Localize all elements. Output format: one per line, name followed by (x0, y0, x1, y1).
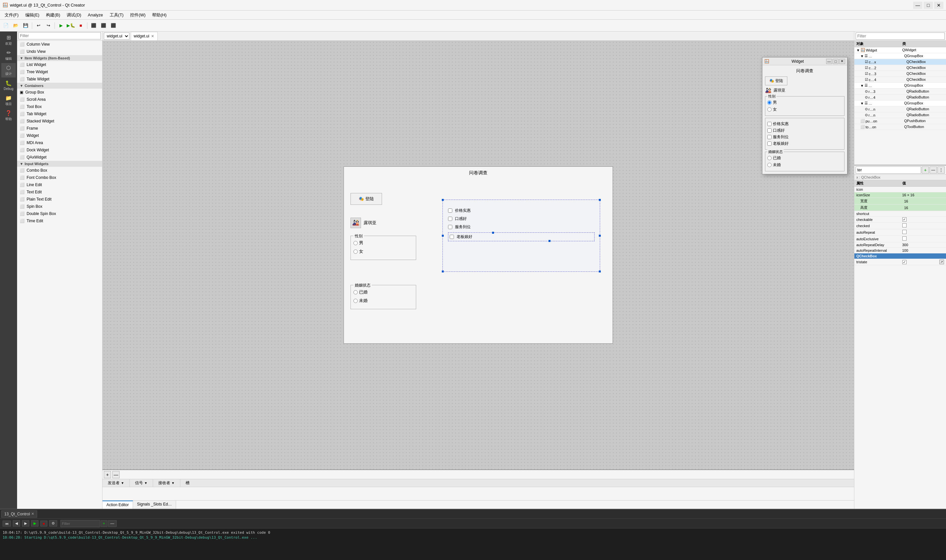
inspector-row-rb4[interactable]: ⊙ r…4 QRadioButton (854, 95, 946, 100)
widget-item-dock[interactable]: ⬜ Dock Widget (17, 146, 102, 154)
toolbar-save-btn[interactable]: 💾 (21, 22, 30, 30)
file-selector[interactable]: widget.ui (104, 32, 129, 40)
widget-item-combo[interactable]: ⬜ Combo Box (17, 167, 102, 174)
activity-debug[interactable]: 🐛 Debug (1, 78, 16, 92)
widget-search-input[interactable] (18, 32, 101, 39)
inspector-row-widget[interactable]: ▼ 🪟 Widget QWidget (854, 47, 946, 53)
inspector-row-rbn2[interactable]: ⊙ r…n QRadioButton (854, 112, 946, 118)
login-button[interactable]: 🎭 登陆 (350, 193, 382, 205)
output-nav-first[interactable]: ⏮ (3, 521, 11, 526)
inspector-row-pushbtn[interactable]: ⬜ pu…on QPushButton (854, 118, 946, 124)
radio-single[interactable] (353, 299, 358, 303)
maximize-button[interactable]: □ (924, 2, 933, 9)
inspector-row-cb4[interactable]: ☑ c…4 QCheckBox (854, 77, 946, 83)
toolbar-debug-run-btn[interactable]: ▶🐛 (66, 22, 75, 30)
toolbar-redo-btn[interactable]: ↪ (44, 22, 53, 30)
inspector-row-rb3[interactable]: ⊙ r…3 QRadioButton (854, 89, 946, 95)
run-tab[interactable]: 13_Qt_Control ✕ (1, 511, 37, 518)
toolbar-new-btn[interactable]: 📄 (1, 22, 11, 30)
prop-val-checkable[interactable]: ✓ (900, 217, 946, 222)
output-settings-btn[interactable]: ⚙ (49, 520, 57, 526)
widget-item-mdi[interactable]: ⬜ MDI Area (17, 139, 102, 146)
radio-male[interactable] (353, 241, 358, 245)
widget-item-frame[interactable]: ⬜ Frame (17, 125, 102, 132)
checkbox-price[interactable] (448, 208, 452, 213)
prop-val-autorepeatdelay[interactable]: 300 (900, 242, 946, 248)
menu-controls[interactable]: 控件(W) (127, 11, 149, 19)
inspector-row-rbn1[interactable]: ⊙ r…n QRadioButton (854, 106, 946, 112)
toolbar-align-btn[interactable]: ⬛ (89, 22, 98, 30)
prop-val-height[interactable]: 16 (902, 205, 946, 211)
run-tab-close[interactable]: ✕ (31, 512, 34, 516)
menu-file[interactable]: 文件(F) (1, 11, 22, 19)
menu-debug[interactable]: 调试(D) (63, 11, 85, 19)
menu-tools[interactable]: 工具(T) (106, 11, 127, 19)
output-stop-btn[interactable]: ■ (40, 521, 47, 526)
output-filter-input[interactable] (60, 520, 100, 527)
float-radio-male[interactable] (767, 100, 772, 105)
section-input-widgets[interactable]: ▼ Input Widgets (17, 161, 102, 167)
float-checkbox-boss[interactable] (767, 142, 772, 146)
output-filter-add[interactable]: + (100, 520, 108, 527)
widget-item-double-spin[interactable]: ⬜ Double Spin Box (17, 210, 102, 217)
float-radio-married[interactable] (767, 156, 772, 160)
inspector-row-gb3[interactable]: ▼ ☰ … QGroupBox (854, 100, 946, 106)
bottom-remove-btn[interactable]: — (112, 471, 120, 478)
close-button[interactable]: ✕ (934, 2, 943, 9)
menu-build[interactable]: 构建(B) (43, 11, 63, 19)
widget-item-scroll-area[interactable]: ⬜ Scroll Area (17, 96, 102, 103)
output-nav-prev[interactable]: ◀ (13, 520, 20, 526)
toolbar-align3-btn[interactable]: ⬛ (109, 22, 118, 30)
toolbar-align2-btn[interactable]: ⬛ (99, 22, 108, 30)
checkbox-service[interactable] (448, 225, 452, 229)
right-search-input[interactable] (856, 32, 945, 40)
tab-action-editor[interactable]: Action Editor (102, 501, 133, 509)
inspector-row-cb2[interactable]: ☑ c…2 QCheckBox (854, 65, 946, 71)
float-login-btn[interactable]: 🎭 登陆 (765, 77, 787, 85)
widget-item-text-edit[interactable]: ⬜ Text Edit (17, 188, 102, 195)
tristate-edit-btn[interactable]: ↗ (940, 260, 944, 264)
file-tab-close[interactable]: ✕ (151, 34, 155, 38)
widget-item-tab-widget[interactable]: ⬜ Tab Widget (17, 110, 102, 117)
prop-val-shortcut[interactable] (900, 213, 946, 214)
activity-edit[interactable]: ✏ 编辑 (1, 48, 16, 62)
title-bar-controls[interactable]: — □ ✕ (913, 2, 943, 9)
menu-help[interactable]: 帮助(H) (149, 11, 170, 19)
widget-item-list[interactable]: ⬜ List Widget (17, 61, 102, 68)
widget-item-widget[interactable]: ⬜ Widget (17, 132, 102, 139)
widget-item-stacked[interactable]: ⬜ Stacked Widget (17, 117, 102, 125)
checkbox-boss[interactable] (450, 235, 454, 239)
prop-add-btn[interactable]: + (922, 166, 929, 174)
output-nav-next[interactable]: ▶ (22, 520, 29, 526)
float-minimize[interactable]: — (826, 59, 832, 64)
prop-val-tristate[interactable]: ✓ ↗ (900, 259, 946, 265)
bottom-add-btn[interactable]: + (104, 471, 111, 478)
prop-val-autoexclusive[interactable] (900, 236, 946, 242)
minimize-button[interactable]: — (913, 2, 922, 9)
toolbar-undo-btn[interactable]: ↩ (34, 22, 43, 30)
float-radio-female[interactable] (767, 107, 772, 112)
prop-val-icon[interactable] (900, 189, 946, 190)
toolbar-run-btn[interactable]: ▶ (57, 22, 66, 30)
float-maximize[interactable]: □ (833, 59, 838, 64)
inspector-row-gb1[interactable]: ▼ ☰ … QGroupBox (854, 53, 946, 59)
radio-married[interactable] (353, 290, 358, 294)
prop-val-autorepeat[interactable] (900, 229, 946, 235)
float-checkbox-service[interactable] (767, 135, 772, 139)
activity-help[interactable]: ❓ 帮助 (1, 108, 16, 123)
prop-val-width[interactable]: 16 (902, 198, 946, 204)
activity-welcome[interactable]: ⊞ 欢迎 (1, 33, 16, 47)
toolbar-stop-btn[interactable]: ■ (76, 22, 85, 30)
widget-item-group-box[interactable]: ▣ Group Box (17, 89, 102, 96)
prop-val-iconsize[interactable]: 16 × 16 (900, 192, 946, 198)
widget-item-undo-view[interactable]: ⬜ Undo View (17, 48, 102, 55)
activity-design[interactable]: ⬡ 设计 (1, 63, 16, 77)
prop-val-autorepeatinterval[interactable]: 100 (900, 248, 946, 253)
prop-more-btn[interactable]: ⋮ (937, 166, 945, 174)
menu-analyze[interactable]: Analyze (85, 12, 106, 18)
widget-item-qax[interactable]: ⬜ QAxWidget (17, 154, 102, 161)
widget-item-tool-box[interactable]: ⬜ Tool Box (17, 103, 102, 110)
inspector-row-cb3[interactable]: ☑ c…3 QCheckBox (854, 71, 946, 77)
float-radio-single[interactable] (767, 163, 772, 167)
activity-project[interactable]: 📁 项目 (1, 93, 16, 108)
